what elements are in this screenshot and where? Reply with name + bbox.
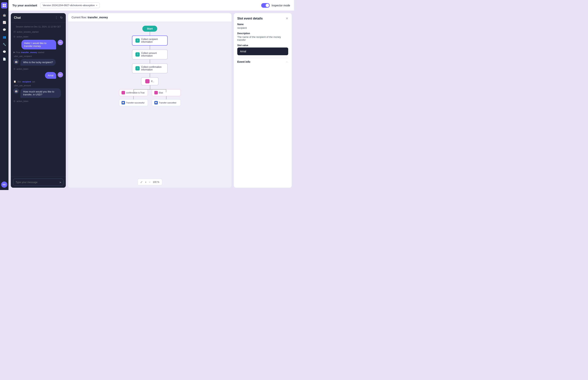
- flow-started-indicator: ▶ Flow transfer_money started: [14, 51, 63, 54]
- if-icon: ⋮: [145, 79, 149, 83]
- user-bubble-2: Amal SA: [14, 72, 63, 79]
- flow-node-if[interactable]: ⋮ If...: [141, 77, 159, 85]
- inspector-header: Slot event details ✕: [237, 17, 288, 20]
- zoom-out-button[interactable]: −: [149, 181, 150, 184]
- code-icon: ⟨/⟩: [14, 31, 16, 33]
- condition-else-label: Else: [159, 92, 163, 94]
- zoom-in-button[interactable]: +: [145, 181, 146, 184]
- action-arrow-left-wrapper: [119, 96, 148, 99]
- action-cancelled-icon: 💬: [154, 101, 158, 104]
- inspector-toggle-area: Inspector mode: [261, 3, 290, 8]
- sidebar-item-analytics[interactable]: 📈: [1, 19, 7, 25]
- description-value: The name of the recipient of the money t…: [237, 36, 288, 41]
- description-label: Description: [237, 32, 288, 35]
- more-icon[interactable]: ⋮: [55, 16, 58, 19]
- event-info-section[interactable]: Event info ︿: [237, 58, 288, 65]
- flow-arrow-4: [150, 73, 150, 77]
- bot-message-1: Who is the lucky recipient?: [20, 59, 56, 66]
- action-listen-3: ◎ action_listen: [14, 99, 63, 103]
- branch-top-vline: [150, 85, 150, 89]
- inspector-name-field: Name recipient: [237, 23, 288, 29]
- listen-icon-3: ◎: [14, 100, 16, 102]
- chat-body: Session started on Dec 11, 2024, 11:12:5…: [11, 22, 66, 176]
- sidebar-logo[interactable]: [1, 2, 7, 8]
- sidebar-item-users[interactable]: 👥: [1, 34, 7, 40]
- user-bubble-1: Hello! I would like to transfer money SA: [14, 40, 63, 49]
- flow-node-action-cancelled[interactable]: 💬 Transfer cancelled: [152, 99, 181, 106]
- bot-avatar-2: 🤖: [14, 88, 19, 94]
- slot-name[interactable]: recipient: [22, 80, 31, 83]
- condition-true-icon: ⋮: [122, 91, 125, 95]
- session-info: Session started on Dec 11, 2024, 11:12:5…: [14, 25, 63, 29]
- zoom-level: 100 %: [153, 181, 159, 183]
- slot-value-label: Slot value: [237, 44, 288, 47]
- user-avatar-1: SA: [58, 40, 63, 45]
- fullscreen-icon[interactable]: ⤢: [140, 181, 143, 184]
- action-session-started: ⟨/⟩ action_session_started: [14, 30, 63, 33]
- listen-icon-1: ◎: [14, 35, 16, 38]
- flow-arrow-3: [150, 59, 150, 63]
- collect-confirmation-icon: ?: [135, 66, 140, 71]
- sidebar-item-tools[interactable]: 🔧: [1, 41, 7, 47]
- sidebar-item-docs[interactable]: 📄: [1, 56, 7, 62]
- collect-amount-label: Collect amount information: [141, 52, 164, 57]
- flow-panel: Current flow: transfer_money Start ? Col…: [68, 13, 232, 188]
- flow-toolbar: ⤢ + − 100 %: [137, 179, 162, 185]
- action-row: 💬 Transfer successful 💬 Transfer cancell…: [119, 99, 181, 106]
- flow-node-condition-else[interactable]: ⋮ Else: [152, 89, 181, 96]
- inspector-slot-value-field: Slot value Amal: [237, 44, 288, 55]
- name-value: recipient: [237, 26, 288, 29]
- flow-link[interactable]: transfer_money: [21, 51, 37, 54]
- avatar[interactable]: KK: [1, 182, 7, 188]
- bot-bubble-1: 🤖 Who is the lucky recipient?: [14, 59, 63, 66]
- version-label: Version 20241204-0927-dichotomic-absorpt…: [43, 4, 95, 7]
- flow-arrow-2: [150, 46, 150, 49]
- flow-node-start: Start: [142, 26, 158, 32]
- inspector-description-field: Description The name of the recipient of…: [237, 32, 288, 41]
- version-selector[interactable]: Version 20241204-0927-dichotomic-absorpt…: [40, 2, 100, 8]
- if-label: If...: [151, 80, 154, 83]
- utterance-ask-recipient: utter_ask_recipient: [14, 55, 63, 57]
- main-content: Try your assistant Version 20241204-0927…: [8, 0, 294, 190]
- action-arrows: [119, 96, 181, 99]
- sidebar-item-comments[interactable]: 🗨️: [1, 49, 7, 55]
- chat-input[interactable]: [13, 179, 63, 186]
- flow-node-action-success[interactable]: 💬 Transfer successful: [119, 99, 148, 106]
- close-icon[interactable]: ✕: [286, 17, 288, 20]
- flow-node-collect-recipient[interactable]: ? Collect recipient information: [132, 36, 168, 46]
- branch-vline-left: [133, 89, 134, 92]
- listen-icon-2: ◎: [14, 68, 16, 70]
- svg-rect-0: [3, 4, 4, 5]
- collect-recipient-icon: ?: [135, 38, 140, 43]
- inspector-mode-toggle[interactable]: [261, 3, 270, 8]
- page-title: Try your assistant: [12, 4, 37, 7]
- send-icon[interactable]: ➤: [59, 181, 62, 184]
- svg-rect-2: [3, 6, 4, 7]
- chat-input-area: ➤: [11, 176, 66, 188]
- chevron-down-icon: ▾: [96, 4, 97, 6]
- event-info-label: Event info: [237, 60, 250, 63]
- bot-avatar-1: 🤖: [14, 59, 19, 64]
- refresh-icon[interactable]: ↻: [60, 16, 63, 19]
- sidebar-item-bot[interactable]: 🤖: [1, 12, 7, 18]
- chat-header: Chat ⋮ ↻: [11, 13, 66, 22]
- flow-name: transfer_money: [88, 16, 108, 19]
- bot-bubble-2: 🤖 How much would you like to transfer, i…: [14, 88, 63, 98]
- flow-node-collect-amount[interactable]: ? Collect amount information: [132, 49, 168, 59]
- chevron-down-icon: ︿: [286, 60, 288, 63]
- action-success-label: Transfer successful: [126, 102, 144, 104]
- collect-confirmation-label: Collect confirmation information: [141, 66, 164, 71]
- slot-set-indicator: 📋 Slot recipient set: [14, 80, 63, 83]
- flow-arrow-1: [150, 32, 150, 36]
- condition-true-label: confirmation is True: [126, 92, 145, 94]
- chat-title: Chat: [14, 16, 21, 19]
- play-icon: ▶: [14, 51, 15, 54]
- topbar: Try your assistant Version 20241204-0927…: [8, 0, 294, 11]
- flow-node-collect-confirmation[interactable]: ? Collect confirmation information: [132, 63, 168, 73]
- chat-header-icons: ⋮ ↻: [55, 16, 63, 19]
- chat-input-wrapper: ➤: [13, 179, 63, 186]
- svg-rect-1: [4, 4, 6, 5]
- action-arrow-right: [166, 96, 166, 99]
- sidebar-item-chat[interactable]: 💬: [1, 27, 7, 33]
- action-success-icon: 💬: [122, 101, 125, 104]
